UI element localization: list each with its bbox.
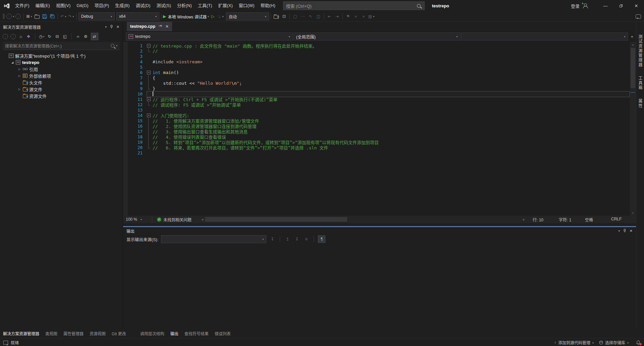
menu-item-build[interactable]: 生成(B) — [112, 0, 132, 11]
bookmark-list-button[interactable]: ▤▾ — [368, 12, 375, 20]
menu-item-file[interactable]: 文件(F) — [12, 0, 33, 11]
attach-mode-combo[interactable]: 自动▾ — [226, 12, 269, 20]
new-window-button[interactable]: ⊡ — [280, 12, 288, 20]
add-item-button[interactable] — [273, 12, 280, 20]
notifications-bell-icon[interactable] — [636, 340, 641, 345]
menu-item-analyze[interactable]: 分析(N) — [174, 0, 195, 11]
output-window-menu-icon[interactable]: ▾ — [619, 229, 620, 232]
tree-collapsed-arrow-icon[interactable]: ▷ — [17, 68, 22, 71]
outdent-button[interactable]: ⇤ — [326, 12, 333, 20]
solution-configuration-combo[interactable]: Debug▾ — [78, 12, 115, 20]
indent-button[interactable]: ⇥ — [333, 12, 341, 20]
code-line[interactable]: 7{ — [123, 75, 630, 80]
toolbar-grip[interactable] — [3, 14, 5, 19]
code-line[interactable]: 1−// testrepo.cpp : 此文件包含 "main" 函数。程序执行… — [123, 43, 630, 48]
previous-message-icon[interactable]: ↥ — [284, 236, 291, 243]
word-wrap-icon[interactable]: ¶ — [318, 235, 325, 243]
window-position-menu-icon[interactable]: ▾ — [105, 25, 107, 28]
nav-project-combo[interactable]: ++ testrepo▾ — [126, 32, 293, 41]
se-back-icon[interactable]: ‹ — [3, 33, 8, 40]
panel-tab-属性管理器[interactable]: 属性管理器 — [60, 329, 87, 338]
tree-expanded-arrow-icon[interactable]: ◢ — [10, 61, 15, 64]
se-sync-with-active-document-icon[interactable]: ⇄ — [91, 33, 98, 40]
account-icon[interactable]: + — [582, 3, 588, 9]
tree-item[interactable]: ▷源文件 — [0, 86, 122, 92]
se-show-all-files-icon[interactable]: ◱ — [62, 33, 68, 40]
horizontal-scrollbar-thumb[interactable] — [205, 217, 347, 222]
se-refresh-icon[interactable]: ↻ — [47, 33, 52, 40]
open-file-button[interactable] — [33, 12, 41, 20]
more-edit-button[interactable]: ⋯ — [299, 12, 307, 20]
next-message-icon[interactable]: ↧ — [293, 236, 300, 243]
panel-tab-类视图[interactable]: 类视图 — [42, 329, 60, 338]
panel-splitter[interactable] — [123, 223, 636, 226]
document-tab[interactable]: testrepo.cpp ✕ — [127, 22, 172, 31]
save-button[interactable] — [41, 12, 48, 20]
close-icon[interactable]: ✕ — [116, 25, 119, 29]
start-debugging-button[interactable]: ▶ 本地 Windows 调试器▾ — [163, 12, 209, 20]
code-editor[interactable]: 1−// testrepo.cpp : 此文件包含 "main" 函数。程序执行… — [123, 42, 636, 216]
code-line[interactable]: 8 std::cout << "Hello World!\n"; — [123, 80, 630, 86]
outlining-box[interactable]: − — [146, 70, 151, 75]
paste-button[interactable]: ◫ — [315, 12, 322, 20]
eol-indicator[interactable]: CRLF — [606, 217, 633, 222]
code-line[interactable]: 2// — [123, 48, 630, 54]
output-pin-icon[interactable] — [623, 229, 626, 233]
solution-platform-combo[interactable]: x64▾ — [116, 12, 159, 20]
find-in-files-button[interactable]: ▢ — [291, 12, 299, 20]
horizontal-scrollbar[interactable]: ◀ ▶ — [200, 216, 527, 223]
navigate-back-button[interactable]: ‹▾ — [6, 12, 14, 20]
panel-tab-错误列表[interactable]: 错误列表 — [212, 329, 234, 338]
redo-button[interactable]: ↷▾ — [67, 12, 75, 20]
scroll-right-icon[interactable]: ▶ — [521, 218, 527, 221]
send-feedback-icon[interactable] — [635, 12, 642, 20]
select-repository-button[interactable]: 选择存储库 ▴ — [599, 340, 629, 345]
hot-reload-button[interactable]: ♨▾ — [217, 12, 224, 20]
close-button[interactable]: ✕ — [629, 0, 644, 11]
background-tasks-icon[interactable] — [3, 341, 8, 345]
fold-collapse-icon[interactable]: − — [147, 71, 151, 74]
code-line[interactable]: 13 — [123, 107, 630, 113]
menu-item-view[interactable]: 视图(V) — [53, 0, 73, 11]
panel-tab-资源视图[interactable]: 资源视图 — [87, 329, 109, 338]
menu-item-project[interactable]: 项目(P) — [92, 0, 112, 11]
se-switch-views-icon[interactable]: ❖ — [26, 33, 31, 40]
minimize-button[interactable]: — — [598, 0, 613, 11]
menu-item-git[interactable]: Git(G) — [73, 0, 91, 11]
se-pending-changes-filter-icon[interactable]: ◷▾ — [39, 33, 45, 40]
menu-item-test[interactable]: 测试(S) — [153, 0, 174, 11]
tree-collapsed-arrow-icon[interactable]: ▷ — [17, 88, 22, 91]
restore-button[interactable] — [613, 0, 629, 11]
global-search-input[interactable]: 搜索 (Ctrl+Q) — [283, 1, 425, 10]
document-health-indicator[interactable]: ✓ 未找到相关问题 — [157, 217, 192, 222]
output-close-icon[interactable]: ✕ — [630, 229, 633, 233]
zoom-level-combo[interactable]: 100 %▾ — [123, 216, 151, 223]
outlining-box[interactable]: − — [146, 43, 151, 48]
solution-explorer-search-input[interactable]: 搜索解决方案资源管理器(Ctrl+;) ▾ — [3, 42, 120, 50]
output-source-combo[interactable]: ▾ — [161, 235, 266, 243]
code-line[interactable]: 4#include <iostream> — [123, 59, 630, 64]
fold-collapse-icon[interactable]: − — [147, 114, 151, 117]
goto-message-icon[interactable]: ↧ — [269, 236, 276, 243]
menu-item-debug[interactable]: 调试(D) — [132, 0, 153, 11]
undo-button[interactable]: ↶▾ — [60, 12, 67, 20]
clear-all-icon[interactable]: ≡ — [303, 236, 310, 243]
start-without-debugging-button[interactable]: ▷ — [209, 12, 217, 20]
output-content[interactable] — [123, 244, 636, 329]
autohide-tab-工具箱[interactable]: 工具箱 — [637, 76, 643, 90]
code-line[interactable]: 5 — [123, 64, 630, 70]
panel-tab-Git 更改[interactable]: Git 更改 — [109, 329, 129, 338]
se-forward-icon[interactable]: › — [10, 33, 16, 40]
navbar-add-icon[interactable]: + — [631, 34, 633, 39]
se-properties-icon[interactable]: ⚙ — [83, 33, 89, 40]
se-home-icon[interactable]: ⌂ — [18, 33, 23, 40]
menu-item-edit[interactable]: 编辑(E) — [33, 0, 53, 11]
tree-item[interactable]: 资源文件 — [0, 92, 122, 99]
menu-item-help[interactable]: 帮助(H) — [258, 0, 278, 11]
code-line[interactable]: 9} — [123, 86, 630, 91]
tree-collapsed-arrow-icon[interactable]: ▷ — [17, 74, 22, 77]
output-panel-title-bar[interactable]: 输出 ▾ ✕ — [123, 227, 636, 234]
save-all-button[interactable] — [49, 12, 56, 20]
code-line[interactable]: 3 — [123, 54, 630, 59]
previous-bookmark-button[interactable]: « — [352, 12, 360, 20]
